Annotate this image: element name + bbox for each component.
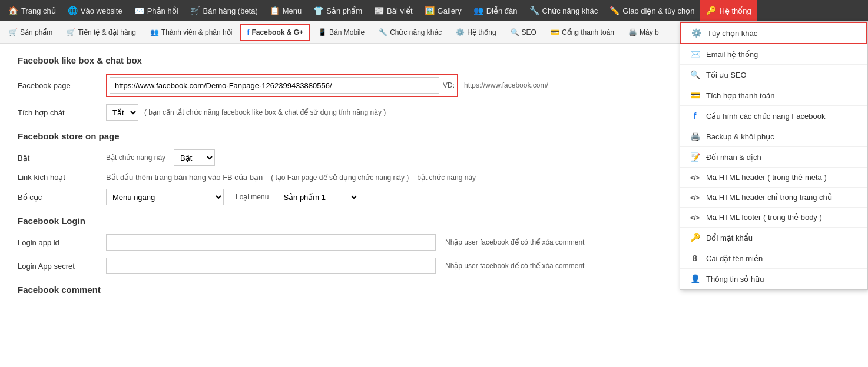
dropdown-thong-tin-so-huu[interactable]: 👤 Thông tin sở hữu xyxy=(680,269,867,289)
dropdown-ma-html-header-trang-chu-label: Mã HTML header chỉ trong trang chủ xyxy=(706,193,832,202)
login-app-secret-label: Login App secret xyxy=(18,262,100,271)
dropdown-doi-nhan-dich[interactable]: 📝 Đối nhãn & dịch xyxy=(680,147,867,168)
dropdown-email-he-thong[interactable]: ✉️ Email hệ thống xyxy=(680,44,867,65)
subnav-san-pham[interactable]: 🛒 Sản phẩm xyxy=(2,24,59,41)
facebook-page-input[interactable] xyxy=(110,77,439,94)
product-icon: 👕 xyxy=(313,6,323,15)
subnav-thanh-vien-icon: 👥 xyxy=(150,28,159,36)
translate-icon: 📝 xyxy=(690,152,700,162)
dropdown-cai-dat-ten-mien-label: Cài đặt tên miền xyxy=(706,254,763,263)
dropdown-ma-html-header-trang-chu[interactable]: </> Mã HTML header chỉ trong trang chủ xyxy=(680,188,867,208)
loai-menu-label: Loại menu xyxy=(236,193,269,201)
subnav-ban-mobile[interactable]: 📱 Bán Mobile xyxy=(312,24,371,41)
loai-menu-select[interactable]: Sản phẩm 1 Sản phẩm 2 xyxy=(277,189,359,205)
nav-he-thong-label: Hệ thống xyxy=(719,6,751,15)
nav-gallery[interactable]: 🖼️ Gallery xyxy=(419,0,468,21)
subnav-he-thong2-icon: ⚙️ xyxy=(456,28,465,36)
subnav-thanh-vien[interactable]: 👥 Thành viên & phân hồi xyxy=(144,24,238,41)
facebook-icon: f xyxy=(690,111,700,121)
bo-cuc-select[interactable]: Menu ngang Menu dọc xyxy=(106,189,224,205)
code-icon1: </> xyxy=(690,174,700,181)
tich-hop-chat-hint: ( bạn cần tắt chức năng facebook like bo… xyxy=(144,108,386,116)
facebook-page-example: https://www.facebook.com/ xyxy=(464,81,548,89)
subnav-cong-thanh-toan-icon: 💳 xyxy=(551,28,559,36)
link-kich-hoat-link[interactable]: Bắt đầu thêm trang bán hàng vào FB của b… xyxy=(106,173,263,182)
key-icon: 🔑 xyxy=(706,6,716,15)
gear-icon: ⚙️ xyxy=(691,28,701,38)
subnav-facebook[interactable]: f Facebook & G+ xyxy=(240,24,310,41)
subnav-seo[interactable]: 🔍 SEO xyxy=(504,24,543,41)
login-app-id-input[interactable] xyxy=(106,234,436,251)
subnav-may-b-icon: 🖨️ xyxy=(628,28,637,36)
nav-he-thong[interactable]: 🔑 Hệ thống xyxy=(700,0,757,21)
dropdown-cau-hinh-facebook[interactable]: f Cấu hình các chức năng Facebook xyxy=(680,106,867,126)
dropdown-ma-html-header-meta[interactable]: </> Mã HTML header ( trong thẻ meta ) xyxy=(680,168,867,188)
bat-chuc-nang-label: Bật chức năng này xyxy=(106,154,165,162)
dropdown-tich-hop-thanh-toan-label: Tích hợp thanh toán xyxy=(706,91,774,100)
subnav-seo-label: SEO xyxy=(522,28,536,36)
subnav-he-thong2[interactable]: ⚙️ Hệ thống xyxy=(449,24,502,41)
printer-icon: 🖨️ xyxy=(690,132,700,141)
nav-dien-dan[interactable]: 👥 Diễn đàn xyxy=(468,0,524,21)
dropdown-tich-hop-thanh-toan[interactable]: 💳 Tích hợp thanh toán xyxy=(680,85,867,106)
main-content: Facebook like box & chat box Facebook pa… xyxy=(0,44,868,315)
login-app-secret-input[interactable] xyxy=(106,258,436,274)
subnav-san-pham-label: Sản phẩm xyxy=(20,28,52,36)
nav-trang-chu[interactable]: 🏠 Trang chủ xyxy=(2,0,62,21)
subnav-he-thong2-label: Hệ thống xyxy=(467,28,496,36)
subnav-seo-icon: 🔍 xyxy=(511,28,519,36)
dropdown-backup[interactable]: 🖨️ Backup & khôi phục xyxy=(680,126,867,147)
subnav-tien-te-icon: 🛒 xyxy=(67,28,75,36)
subnav-ban-mobile-icon: 📱 xyxy=(318,28,327,36)
dropdown-toi-uu-seo-label: Tối ưu SEO xyxy=(706,71,747,79)
nav-dien-dan-label: Diễn đàn xyxy=(486,6,518,15)
subnav-cong-thanh-toan[interactable]: 💳 Cổng thanh toán xyxy=(544,24,621,41)
nav-phan-hoi[interactable]: ✉️ Phản hồi xyxy=(128,0,184,21)
subnav-tien-te-label: Tiền tệ & đặt hàng xyxy=(78,28,136,36)
dropdown-tuy-chon-khac-label: Tùy chọn khác xyxy=(707,29,757,38)
search-icon: 🔍 xyxy=(690,70,700,79)
user-icon: 👤 xyxy=(690,274,700,283)
key2-icon: 🔑 xyxy=(690,233,700,242)
article-icon: 📰 xyxy=(374,6,384,15)
nav-bai-viet[interactable]: 📰 Bài viết xyxy=(368,0,418,21)
dropdown-email-he-thong-label: Email hệ thống xyxy=(706,50,758,59)
dropdown-cai-dat-ten-mien[interactable]: 8 Cài đặt tên miền xyxy=(680,248,867,269)
domain-icon: 8 xyxy=(690,253,700,263)
tich-hop-chat-select[interactable]: Tắt Bật xyxy=(106,104,138,121)
tools-icon: 🔧 xyxy=(529,6,539,15)
subnav-chuc-nang-khac2-label: Chức năng khác xyxy=(390,28,442,36)
nav-trang-chu-label: Trang chủ xyxy=(21,6,56,15)
email-icon: ✉️ xyxy=(690,49,700,59)
nav-san-pham[interactable]: 👕 Sản phẩm xyxy=(307,0,368,21)
top-navigation: 🏠 Trang chủ 🌐 Vào website ✉️ Phản hồi 🛒 … xyxy=(0,0,868,21)
nav-bai-viet-label: Bài viết xyxy=(387,6,412,15)
nav-ban-hang-label: Bán hàng (beta) xyxy=(203,6,258,15)
dropdown-toi-uu-seo[interactable]: 🔍 Tối ưu SEO xyxy=(680,65,867,85)
bo-cuc-label: Bố cục xyxy=(18,193,100,202)
subnav-may-b-label: Máy b xyxy=(640,28,659,36)
dropdown-doi-mat-khau[interactable]: 🔑 Đổi mật khẩu xyxy=(680,228,867,248)
code-icon3: </> xyxy=(690,214,700,221)
design-icon: ✏️ xyxy=(609,6,619,15)
dropdown-ma-html-footer[interactable]: </> Mã HTML footer ( trong thẻ body ) xyxy=(680,208,867,228)
nav-phan-hoi-label: Phản hồi xyxy=(147,6,178,15)
subnav-cong-thanh-toan-label: Cổng thanh toán xyxy=(562,28,614,36)
subnav-san-pham-icon: 🛒 xyxy=(9,28,18,36)
nav-vao-website[interactable]: 🌐 Vào website xyxy=(62,0,128,21)
nav-ban-hang[interactable]: 🛒 Bán hàng (beta) xyxy=(184,0,264,21)
facebook-page-label: Facebook page xyxy=(18,81,100,90)
nav-menu[interactable]: 📋 Menu xyxy=(264,0,308,21)
forum-icon: 👥 xyxy=(473,6,483,15)
mail-icon: ✉️ xyxy=(134,6,144,15)
nav-vao-website-label: Vào website xyxy=(81,6,122,15)
dropdown-doi-mat-khau-label: Đổi mật khẩu xyxy=(706,233,753,242)
nav-chuc-nang-khac[interactable]: 🔧 Chức năng khác xyxy=(524,0,604,21)
bat-chuc-nang-select[interactable]: Bật Tắt xyxy=(174,149,215,166)
subnav-tien-te[interactable]: 🛒 Tiền tệ & đặt hàng xyxy=(60,24,143,41)
dropdown-tuy-chon-khac[interactable]: ⚙️ Tùy chọn khác xyxy=(680,22,867,44)
dropdown-cau-hinh-facebook-label: Cấu hình các chức năng Facebook xyxy=(706,112,825,121)
subnav-may-b[interactable]: 🖨️ Máy b xyxy=(622,24,665,41)
nav-giao-dien[interactable]: ✏️ Giao diện & tùy chọn xyxy=(604,0,700,21)
subnav-chuc-nang-khac2[interactable]: 🔧 Chức năng khác xyxy=(372,24,448,41)
